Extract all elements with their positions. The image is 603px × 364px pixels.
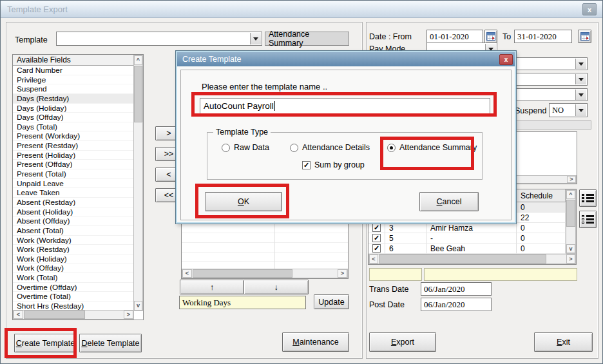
scroll-up-icon[interactable]: ^ [134,55,142,65]
maintenance-button[interactable]: Maintenance [282,332,349,352]
radio-label: Attendance Summary [399,143,477,152]
scroll-down-icon[interactable]: v [134,301,142,311]
move-down-button[interactable]: ↓ [244,280,309,294]
scroll-right-icon[interactable]: > [566,254,575,263]
radio-icon[interactable] [290,144,298,152]
suspend-combobox[interactable]: NO [549,103,588,117]
radio-icon[interactable] [387,144,396,152]
move-up-button[interactable]: ↑ [180,280,244,294]
trans-date-input[interactable]: 06/Jan/2020 [421,282,492,296]
suspend-arrow-icon[interactable] [575,104,586,116]
down-arrow-icon: ↓ [274,283,278,292]
delete-template-button[interactable]: Delete Template [79,334,142,352]
template-name-input[interactable]: AutoCount Payroll [200,98,490,114]
create-template-button[interactable]: Create Template [14,334,77,352]
list-item[interactable]: Work (Restday) [13,245,134,254]
date-from-calendar-button[interactable] [484,30,497,43]
list-item[interactable]: Privilege [13,75,134,85]
list-item[interactable]: Present (Holiday) [13,151,134,160]
checkbox-label: Sum by group [314,160,365,169]
list-item[interactable]: Days (Offday) [13,113,134,122]
grid-horizontal-scrollbar[interactable]: < > [368,254,576,264]
list-item[interactable]: Absent (Restday) [13,198,134,207]
cancel-button[interactable]: Cancel [419,192,479,211]
list-item[interactable]: Work (Total) [13,273,134,283]
list-item[interactable]: Unpaid Leave [13,179,134,189]
window-title: Template Export [7,1,68,18]
list-item[interactable]: Overtime (Total) [13,292,134,302]
list-item[interactable]: Absent (Offday) [13,216,134,226]
select-all-rows-button[interactable] [579,189,597,207]
selected-horizontal-scrollbar[interactable]: < > [182,269,348,278]
available-fields-listbox: Available Fields Card Number Privilege S… [12,54,144,320]
dialog-close-icon[interactable]: x [499,54,513,65]
update-button[interactable]: Update [314,294,349,309]
combo-arrow-icon[interactable] [575,90,586,100]
scroll-thumb[interactable] [566,200,575,227]
list-item[interactable]: Present (Total) [13,169,134,179]
scroll-left-icon[interactable]: < [182,269,192,278]
template-name-prompt: Please enter the template name .. [202,82,327,91]
radio-attendance-summary[interactable]: Attendance Summary [387,143,477,152]
scroll-thumb[interactable] [24,311,85,319]
fields-vertical-scrollbar[interactable]: ^ v [133,55,143,311]
list-item[interactable]: Days (Total) [13,122,134,132]
list-item[interactable]: Work (Holiday) [13,254,134,264]
list-item[interactable]: Card Number [13,66,134,75]
list-item[interactable]: Present (Offday) [13,160,134,169]
exit-button[interactable]: Exit [534,332,593,352]
date-to-input[interactable]: 31-01-2020 [514,30,572,43]
combo-arrow-icon[interactable] [575,74,586,84]
list-item[interactable]: Work (Offday) [13,263,134,273]
combo-arrow-icon[interactable] [575,59,586,69]
template-combobox-arrow-icon[interactable] [250,33,261,44]
date-to-calendar-button[interactable] [578,30,591,43]
scroll-down-icon[interactable]: v [566,244,575,253]
list-item[interactable]: Present (Restday) [13,141,134,151]
fields-horizontal-scrollbar[interactable]: < > [13,310,134,320]
grid-header-schedule[interactable]: Schedule [517,189,566,202]
status-cell-left [369,268,422,281]
radio-attendance-details[interactable]: Attendance Details [290,143,370,152]
list-item[interactable]: Suspend [13,84,134,94]
available-fields-items: Card Number Privilege Suspend Days (Rest… [13,66,134,311]
checkbox-icon[interactable]: ✓ [302,161,311,169]
row-checkbox[interactable]: ✓ [372,224,381,232]
scroll-right-icon[interactable]: > [567,176,576,183]
scroll-left-icon[interactable]: < [14,311,23,319]
date-from-input[interactable]: 01-01-2020 [426,30,483,43]
scroll-left-icon[interactable]: < [369,254,378,263]
deselect-all-rows-button[interactable] [579,211,597,228]
grid-vertical-scrollbar[interactable]: ^ v [566,189,576,254]
template-combobox[interactable] [56,32,262,46]
scroll-up-icon[interactable]: ^ [566,190,575,199]
radio-icon[interactable] [222,144,230,152]
list-item[interactable]: Days (Holiday) [13,104,134,113]
export-button[interactable]: Export [369,332,436,352]
scroll-thumb[interactable] [193,269,292,278]
row-checkbox[interactable]: ✓ [372,234,381,242]
window-close-icon[interactable]: x [582,3,597,15]
scroll-right-icon[interactable]: > [124,311,133,319]
template-export-window: Template Export x Template Attendance Su… [0,0,603,364]
cell-id: 6 [385,244,426,254]
list-item[interactable]: Absent (Holiday) [13,207,134,217]
field-name-input[interactable]: Working Days [179,296,306,309]
dialog-title: Create Template [182,55,242,64]
sum-by-group-checkbox[interactable]: ✓ Sum by group [302,160,365,169]
scroll-right-icon[interactable]: > [338,269,347,278]
row-checkbox[interactable]: ✓ [372,244,381,253]
list-item-highlighted[interactable]: Days (Restday) [13,94,134,104]
list-item[interactable]: Leave Taken [13,188,134,198]
list-item[interactable]: Absent (Total) [13,226,134,236]
template-type-badge: Attendance Summary [265,32,349,46]
scroll-thumb[interactable] [379,254,546,263]
list-item[interactable]: Work (Workday) [13,236,134,245]
scroll-thumb[interactable] [134,66,142,122]
list-item[interactable]: Present (Workday) [13,131,134,141]
ok-button[interactable]: OK [205,192,282,211]
template-label: Template [15,35,48,44]
post-date-input[interactable]: 06/Jan/2020 [421,298,492,311]
list-item[interactable]: Overtime (Offday) [13,283,134,292]
radio-raw-data[interactable]: Raw Data [222,143,269,152]
